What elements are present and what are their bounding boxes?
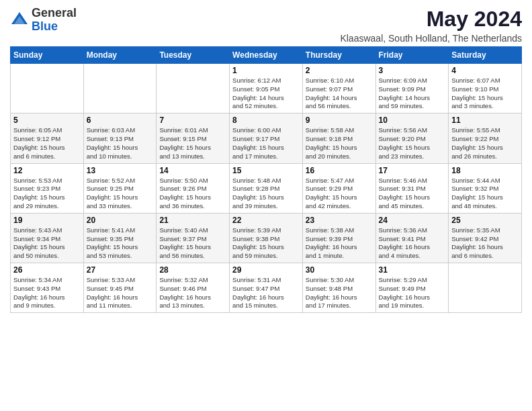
calendar-cell [157, 64, 230, 113]
cell-day-number: 22 [232, 216, 300, 225]
cell-info-text: Sunrise: 6:12 AM Sunset: 9:05 PM Dayligh… [232, 77, 300, 111]
col-header-saturday: Saturday [449, 47, 522, 64]
cell-day-number: 13 [87, 166, 154, 175]
calendar-cell: 21Sunrise: 5:40 AM Sunset: 9:37 PM Dayli… [157, 213, 230, 263]
cell-day-number: 28 [159, 265, 226, 275]
cell-info-text: Sunrise: 5:52 AM Sunset: 9:25 PM Dayligh… [87, 177, 154, 211]
col-header-thursday: Thursday [302, 47, 375, 64]
cell-day-number: 1 [232, 66, 300, 75]
cell-info-text: Sunrise: 5:35 AM Sunset: 9:42 PM Dayligh… [451, 226, 519, 261]
calendar-cell: 11Sunrise: 5:55 AM Sunset: 9:22 PM Dayli… [449, 113, 522, 163]
calendar-header-row: SundayMondayTuesdayWednesdayThursdayFrid… [11, 47, 522, 64]
calendar-cell [449, 263, 522, 313]
calendar-cell: 16Sunrise: 5:47 AM Sunset: 9:29 PM Dayli… [302, 163, 375, 213]
cell-info-text: Sunrise: 5:31 AM Sunset: 9:47 PM Dayligh… [232, 276, 300, 310]
logo: General Blue [10, 7, 77, 34]
calendar-cell [11, 64, 84, 113]
calendar-cell: 15Sunrise: 5:48 AM Sunset: 9:28 PM Dayli… [230, 163, 303, 213]
calendar-week-row: 5Sunrise: 6:05 AM Sunset: 9:12 PM Daylig… [11, 113, 522, 163]
cell-info-text: Sunrise: 5:47 AM Sunset: 9:29 PM Dayligh… [306, 177, 373, 211]
calendar-cell: 18Sunrise: 5:44 AM Sunset: 9:32 PM Dayli… [449, 163, 522, 213]
col-header-sunday: Sunday [11, 47, 84, 64]
calendar-week-row: 19Sunrise: 5:43 AM Sunset: 9:34 PM Dayli… [11, 213, 522, 263]
cell-info-text: Sunrise: 5:38 AM Sunset: 9:39 PM Dayligh… [306, 226, 373, 261]
calendar-cell: 6Sunrise: 6:03 AM Sunset: 9:13 PM Daylig… [83, 113, 157, 163]
cell-day-number: 20 [87, 216, 154, 225]
cell-day-number: 10 [379, 116, 446, 125]
cell-info-text: Sunrise: 5:44 AM Sunset: 9:32 PM Dayligh… [451, 177, 519, 211]
cell-day-number: 25 [451, 216, 519, 225]
calendar-cell: 2Sunrise: 6:10 AM Sunset: 9:07 PM Daylig… [302, 64, 375, 113]
cell-day-number: 12 [13, 166, 81, 175]
calendar-cell: 9Sunrise: 5:58 AM Sunset: 9:18 PM Daylig… [302, 113, 375, 163]
calendar-cell [83, 64, 157, 113]
cell-info-text: Sunrise: 6:03 AM Sunset: 9:13 PM Dayligh… [87, 126, 154, 161]
cell-day-number: 21 [159, 216, 226, 225]
calendar-cell: 7Sunrise: 6:01 AM Sunset: 9:15 PM Daylig… [157, 113, 230, 163]
calendar-cell: 12Sunrise: 5:53 AM Sunset: 9:23 PM Dayli… [11, 163, 84, 213]
calendar-cell: 28Sunrise: 5:32 AM Sunset: 9:46 PM Dayli… [157, 263, 230, 313]
calendar-page: General Blue May 2024 Klaaswaal, South H… [0, 0, 532, 323]
calendar-cell: 20Sunrise: 5:41 AM Sunset: 9:35 PM Dayli… [83, 213, 157, 263]
col-header-tuesday: Tuesday [157, 47, 230, 64]
logo-general: General [32, 7, 77, 20]
title-block: May 2024 Klaaswaal, South Holland, The N… [340, 7, 522, 44]
cell-info-text: Sunrise: 6:01 AM Sunset: 9:15 PM Dayligh… [159, 126, 226, 161]
calendar-cell: 23Sunrise: 5:38 AM Sunset: 9:39 PM Dayli… [302, 213, 375, 263]
calendar-cell: 1Sunrise: 6:12 AM Sunset: 9:05 PM Daylig… [230, 64, 303, 113]
cell-day-number: 15 [232, 166, 300, 175]
calendar-cell: 26Sunrise: 5:34 AM Sunset: 9:43 PM Dayli… [11, 263, 84, 313]
cell-day-number: 7 [159, 116, 226, 125]
cell-info-text: Sunrise: 5:50 AM Sunset: 9:26 PM Dayligh… [159, 177, 226, 211]
calendar-cell: 31Sunrise: 5:29 AM Sunset: 9:49 PM Dayli… [375, 263, 449, 313]
month-title: May 2024 [340, 7, 522, 32]
cell-info-text: Sunrise: 5:46 AM Sunset: 9:31 PM Dayligh… [379, 177, 446, 211]
calendar-cell: 30Sunrise: 5:30 AM Sunset: 9:48 PM Dayli… [302, 263, 375, 313]
calendar-cell: 8Sunrise: 6:00 AM Sunset: 9:17 PM Daylig… [230, 113, 303, 163]
calendar-table: SundayMondayTuesdayWednesdayThursdayFrid… [10, 46, 522, 313]
cell-info-text: Sunrise: 5:53 AM Sunset: 9:23 PM Dayligh… [13, 177, 81, 211]
calendar-cell: 25Sunrise: 5:35 AM Sunset: 9:42 PM Dayli… [449, 213, 522, 263]
location-subtitle: Klaaswaal, South Holland, The Netherland… [340, 33, 522, 44]
cell-info-text: Sunrise: 6:05 AM Sunset: 9:12 PM Dayligh… [13, 126, 81, 161]
cell-day-number: 2 [306, 66, 373, 75]
calendar-cell: 5Sunrise: 6:05 AM Sunset: 9:12 PM Daylig… [11, 113, 84, 163]
cell-day-number: 17 [379, 166, 446, 175]
logo-blue: Blue [32, 20, 77, 34]
cell-info-text: Sunrise: 5:40 AM Sunset: 9:37 PM Dayligh… [159, 226, 226, 261]
cell-day-number: 29 [232, 265, 300, 275]
calendar-cell: 19Sunrise: 5:43 AM Sunset: 9:34 PM Dayli… [11, 213, 84, 263]
cell-info-text: Sunrise: 5:29 AM Sunset: 9:49 PM Dayligh… [379, 276, 446, 310]
cell-day-number: 16 [306, 166, 373, 175]
cell-info-text: Sunrise: 5:58 AM Sunset: 9:18 PM Dayligh… [306, 126, 373, 161]
col-header-wednesday: Wednesday [230, 47, 303, 64]
cell-day-number: 27 [87, 265, 154, 275]
cell-day-number: 30 [306, 265, 373, 275]
cell-info-text: Sunrise: 5:36 AM Sunset: 9:41 PM Dayligh… [379, 226, 446, 261]
cell-info-text: Sunrise: 6:00 AM Sunset: 9:17 PM Dayligh… [232, 126, 300, 161]
cell-info-text: Sunrise: 5:32 AM Sunset: 9:46 PM Dayligh… [159, 276, 226, 310]
cell-info-text: Sunrise: 5:34 AM Sunset: 9:43 PM Dayligh… [13, 276, 81, 310]
calendar-cell: 3Sunrise: 6:09 AM Sunset: 9:09 PM Daylig… [375, 64, 449, 113]
calendar-week-row: 1Sunrise: 6:12 AM Sunset: 9:05 PM Daylig… [11, 64, 522, 113]
calendar-cell: 27Sunrise: 5:33 AM Sunset: 9:45 PM Dayli… [83, 263, 157, 313]
calendar-cell: 13Sunrise: 5:52 AM Sunset: 9:25 PM Dayli… [83, 163, 157, 213]
cell-info-text: Sunrise: 5:30 AM Sunset: 9:48 PM Dayligh… [306, 276, 373, 310]
calendar-cell: 24Sunrise: 5:36 AM Sunset: 9:41 PM Dayli… [375, 213, 449, 263]
calendar-cell: 10Sunrise: 5:56 AM Sunset: 9:20 PM Dayli… [375, 113, 449, 163]
cell-info-text: Sunrise: 5:43 AM Sunset: 9:34 PM Dayligh… [13, 226, 81, 261]
calendar-cell: 4Sunrise: 6:07 AM Sunset: 9:10 PM Daylig… [449, 64, 522, 113]
calendar-cell: 29Sunrise: 5:31 AM Sunset: 9:47 PM Dayli… [230, 263, 303, 313]
logo-icon [10, 11, 29, 30]
cell-day-number: 26 [13, 265, 81, 275]
cell-info-text: Sunrise: 6:07 AM Sunset: 9:10 PM Dayligh… [451, 77, 519, 111]
cell-day-number: 24 [379, 216, 446, 225]
cell-info-text: Sunrise: 5:48 AM Sunset: 9:28 PM Dayligh… [232, 177, 300, 211]
cell-info-text: Sunrise: 5:39 AM Sunset: 9:38 PM Dayligh… [232, 226, 300, 261]
cell-info-text: Sunrise: 5:41 AM Sunset: 9:35 PM Dayligh… [87, 226, 154, 261]
cell-info-text: Sunrise: 6:10 AM Sunset: 9:07 PM Dayligh… [306, 77, 373, 111]
cell-day-number: 14 [159, 166, 226, 175]
cell-day-number: 8 [232, 116, 300, 125]
cell-info-text: Sunrise: 5:55 AM Sunset: 9:22 PM Dayligh… [451, 126, 519, 161]
logo-text: General Blue [32, 7, 77, 34]
